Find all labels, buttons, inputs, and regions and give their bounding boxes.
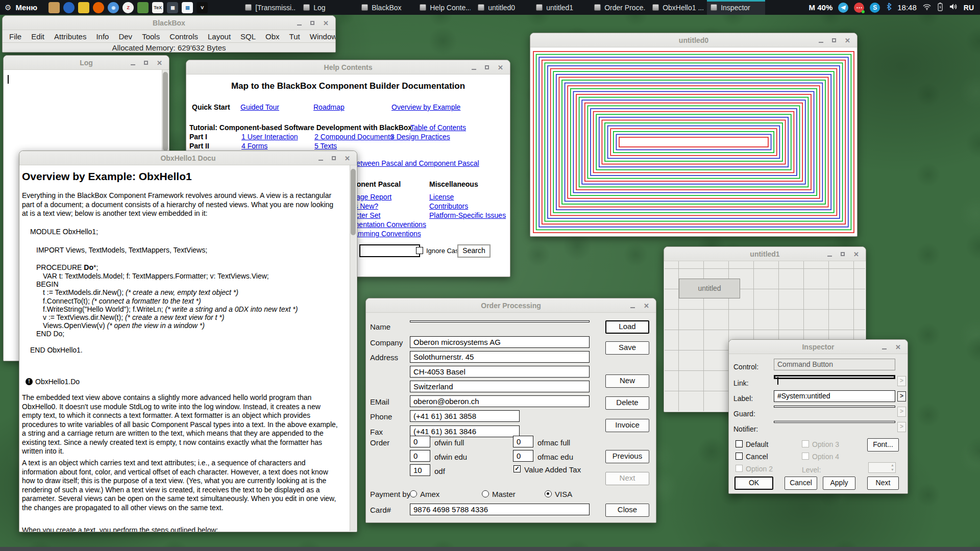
command-marker-icon[interactable]: ! — [26, 378, 33, 385]
menu-layout[interactable]: Layout — [208, 32, 231, 41]
extensions-icon[interactable] — [78, 2, 89, 13]
ofmac-edu-field[interactable]: 0 — [513, 450, 533, 462]
ofmac-full-field[interactable]: 0 — [513, 436, 533, 447]
maximize-icon[interactable] — [832, 38, 836, 42]
gear-icon[interactable]: ⚙ — [5, 3, 11, 12]
task-log[interactable]: Log — [300, 0, 358, 15]
titlebar[interactable]: untitled1 ✕ — [664, 247, 866, 261]
firefox-icon[interactable] — [93, 2, 104, 13]
link-forms[interactable]: 4 Forms — [241, 142, 267, 150]
close-icon[interactable]: ✕ — [345, 155, 350, 162]
label-field[interactable]: #System:untitled — [774, 390, 895, 402]
link-license[interactable]: License — [429, 193, 454, 201]
ignore-case-checkbox[interactable] — [416, 247, 423, 254]
ofwin-full-field[interactable]: 0 — [410, 436, 430, 447]
apply-button[interactable]: Apply — [823, 477, 855, 490]
task-untitled0[interactable]: untitled0 — [474, 0, 532, 15]
link-contributors[interactable]: Contributors — [429, 202, 468, 210]
next-button[interactable]: Next — [605, 472, 649, 485]
card-field[interactable]: 9876 4698 5788 4336 — [410, 504, 590, 515]
volume-icon[interactable] — [949, 3, 958, 12]
writer-doc-icon[interactable]: ▤ — [182, 2, 193, 13]
menu-sql[interactable]: SQL — [240, 32, 256, 41]
maximize-icon[interactable] — [332, 156, 336, 160]
task-obxhello1[interactable]: ObxHello1 ... — [649, 0, 707, 15]
close-button[interactable]: Close — [605, 504, 649, 517]
titlebar[interactable]: Inspector ✕ — [729, 340, 908, 354]
menu-dev[interactable]: Dev — [118, 32, 132, 41]
menu-obx[interactable]: Obx — [265, 32, 280, 41]
link-table-of-contents[interactable]: Table of Contents — [410, 123, 466, 132]
v-app-icon[interactable]: V — [197, 2, 208, 13]
clock[interactable]: 18:48 — [897, 3, 917, 12]
skype-icon[interactable]: S — [870, 3, 880, 13]
menu-file[interactable]: File — [9, 32, 21, 41]
thunderbird-icon[interactable] — [63, 2, 75, 13]
file-manager-icon[interactable] — [48, 2, 60, 13]
maximize-icon[interactable] — [841, 252, 845, 256]
ofwin-edu-field[interactable]: 0 — [410, 450, 430, 462]
notifier-arrow-button[interactable]: > — [897, 422, 906, 432]
titlebar[interactable]: BlackBox ✕ — [3, 16, 335, 30]
task-help-conte[interactable]: Help Conte... — [416, 0, 474, 15]
default-checkbox[interactable] — [736, 440, 743, 447]
wifi-icon[interactable] — [922, 3, 932, 12]
link-texts[interactable]: 5 Texts — [314, 142, 337, 150]
delete-button[interactable]: Delete — [605, 396, 649, 410]
minimize-icon[interactable] — [131, 64, 135, 65]
task-order-proce[interactable]: Order Proce... — [591, 0, 649, 15]
visa-radio[interactable] — [545, 490, 552, 497]
scrollbar[interactable] — [350, 165, 356, 531]
guard-arrow-button[interactable]: > — [897, 407, 906, 417]
zotero-icon[interactable]: Z — [122, 2, 134, 13]
menu-edit[interactable]: Edit — [31, 32, 44, 41]
new-button[interactable]: New — [605, 374, 649, 388]
save-button[interactable]: Save — [605, 341, 649, 355]
applications-menu-button[interactable]: Меню — [15, 3, 37, 12]
task-transmissi[interactable]: [Transmissi... — [241, 0, 300, 15]
search-input[interactable] — [359, 244, 420, 257]
task-blackbox[interactable]: BlackBox — [358, 0, 416, 15]
link-compound-documents[interactable]: 2 Compound Documents — [314, 133, 394, 141]
titlebar[interactable]: Order Processing ✕ — [366, 298, 656, 313]
scrollbar-thumb[interactable] — [163, 72, 168, 151]
guard-field[interactable] — [774, 406, 895, 408]
close-icon[interactable]: ✕ — [644, 303, 649, 309]
task-untitled1[interactable]: untitled1 — [532, 0, 591, 15]
close-icon[interactable]: ✕ — [498, 64, 503, 71]
close-icon[interactable]: ✕ — [853, 251, 859, 258]
menu-window[interactable]: Window — [310, 32, 336, 41]
keyboard-layout[interactable]: RU — [964, 4, 974, 12]
link-field[interactable] — [774, 375, 895, 379]
menu-controls[interactable]: Controls — [169, 32, 198, 41]
cancel-checkbox[interactable] — [736, 453, 743, 460]
notifier-field[interactable] — [774, 421, 895, 423]
close-icon[interactable]: ✕ — [895, 344, 901, 350]
previous-button[interactable]: Previous — [605, 450, 649, 463]
chat-icon[interactable]: ⋯ — [854, 3, 864, 13]
scrollbar-thumb[interactable] — [351, 169, 356, 235]
untitled-command-button[interactable]: untitled — [679, 279, 740, 298]
minimize-icon[interactable] — [827, 256, 832, 257]
close-icon[interactable]: ✕ — [845, 37, 850, 44]
chromium-icon[interactable]: ◉ — [108, 2, 119, 13]
minimize-icon[interactable] — [297, 24, 302, 26]
vat-checkbox[interactable]: ✓ — [513, 465, 521, 472]
latex-icon[interactable]: TeX — [152, 2, 163, 13]
link-platform-specific-issues[interactable]: Platform-Specific Issues — [429, 211, 506, 219]
menu-attributes[interactable]: Attributes — [54, 32, 86, 41]
close-icon[interactable]: ✕ — [157, 60, 162, 66]
invoice-button[interactable]: Invoice — [605, 419, 649, 432]
label-arrow-button[interactable]: > — [897, 391, 906, 402]
obxhello1-do-command[interactable]: ObxHello1.Do — [35, 378, 80, 386]
link-roadmap[interactable]: Roadmap — [313, 103, 345, 111]
titlebar[interactable]: Log ✕ — [4, 56, 169, 70]
dictionary-icon[interactable] — [137, 2, 149, 13]
maximize-icon[interactable] — [310, 21, 314, 25]
monitor-indicator[interactable]: M 40% — [809, 3, 833, 12]
titlebar[interactable]: Help Contents ✕ — [186, 60, 510, 74]
address-field-3[interactable]: Switzerland — [410, 381, 590, 392]
bluetooth-icon[interactable] — [886, 2, 892, 13]
master-radio[interactable] — [482, 490, 489, 497]
odf-field[interactable]: 10 — [410, 464, 430, 476]
